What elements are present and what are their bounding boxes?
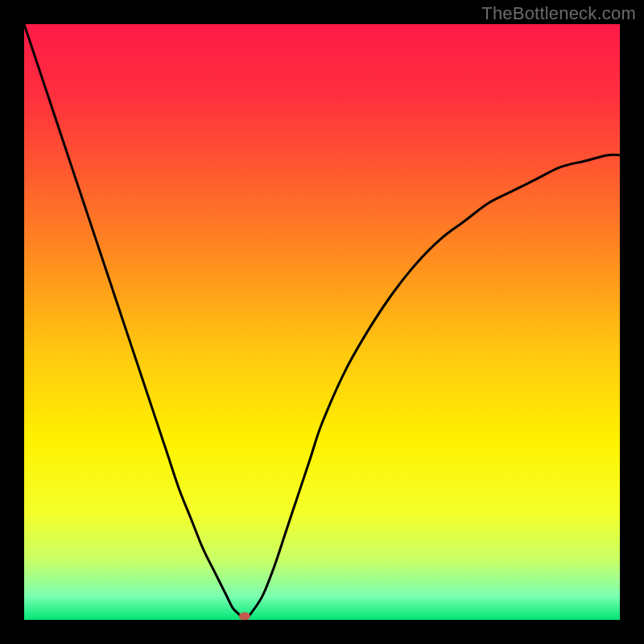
gradient-background [24,24,620,620]
chart-frame: TheBottleneck.com [0,0,644,644]
plot-area [24,24,620,620]
bottleneck-chart [24,24,620,620]
watermark-text: TheBottleneck.com [481,3,636,24]
